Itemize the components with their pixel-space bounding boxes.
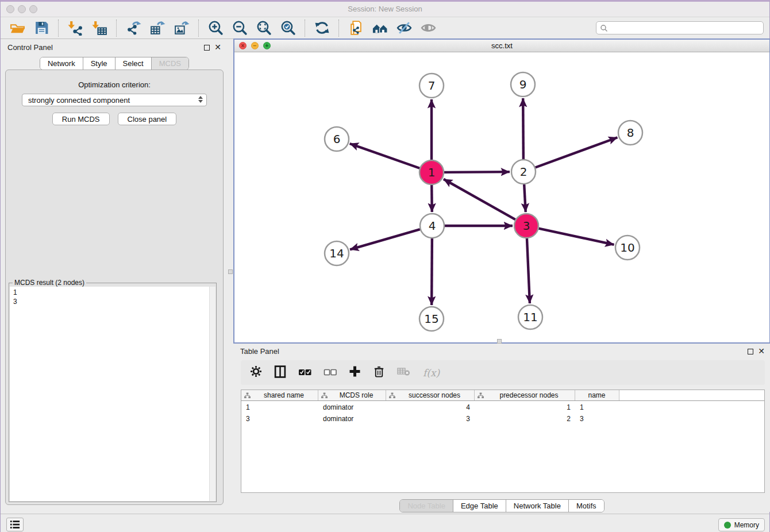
deselect-all-icon — [324, 368, 337, 376]
zoom-in-button[interactable] — [207, 20, 224, 37]
network-window-titlebar[interactable]: × − + scc.txt — [234, 40, 769, 52]
toolbar-separator — [305, 20, 305, 37]
delete-table-button[interactable] — [397, 367, 411, 379]
column-header-shared-name[interactable]: shared name — [241, 390, 318, 400]
open-file-icon — [10, 20, 25, 36]
edge-3-1[interactable] — [444, 179, 515, 219]
edge-3-11[interactable] — [527, 238, 530, 303]
memory-button[interactable]: Memory — [718, 518, 765, 531]
split-columns-button[interactable] — [274, 365, 286, 380]
node-label-15: 15 — [424, 312, 438, 326]
vertical-splitter-handle[interactable] — [228, 269, 233, 274]
search-field[interactable] — [596, 21, 764, 34]
add-column-button[interactable] — [349, 365, 361, 380]
table-toolbar: f(x) — [241, 360, 765, 385]
close-panel-icon[interactable]: ✕ — [214, 43, 221, 52]
network-canvas[interactable]: 7968124314101511 — [234, 52, 769, 342]
tab-mcds[interactable]: MCDS — [151, 57, 188, 70]
tab-network[interactable]: Network — [40, 57, 83, 70]
search-icon — [600, 24, 608, 32]
refresh-button[interactable] — [313, 20, 330, 37]
close-panel-icon[interactable]: ✕ — [758, 346, 765, 356]
cell-successor-nodes: 3 — [386, 415, 475, 424]
list-icon — [10, 520, 20, 529]
memory-status-icon — [724, 522, 731, 529]
mcds-result-box: MCDS result (2 nodes) 1 3 — [9, 283, 217, 502]
import-table-button[interactable] — [91, 20, 108, 37]
deselect-all-button[interactable] — [324, 368, 337, 378]
table-row[interactable]: 3 dominator 3 2 3 — [241, 415, 764, 424]
dropdown-stepper-icon — [198, 96, 203, 103]
control-panel-header: Control Panel ✕ — [1, 40, 228, 56]
export-network-button[interactable] — [125, 20, 142, 37]
close-panel-button[interactable]: Close panel — [118, 113, 177, 125]
toolbar-separator — [338, 20, 339, 37]
edge-1-2[interactable] — [444, 172, 510, 172]
tab-select[interactable]: Select — [115, 57, 151, 70]
zoom-out-icon — [232, 20, 248, 36]
mcds-result-title: MCDS result (2 nodes) — [13, 279, 86, 287]
show-all-button[interactable] — [419, 20, 437, 37]
edge-1-4[interactable] — [432, 185, 432, 212]
save-session-button[interactable] — [33, 20, 50, 37]
delete-column-button[interactable] — [373, 365, 385, 380]
column-header-successor-nodes[interactable]: successor nodes — [386, 390, 475, 400]
column-header-mcds-role[interactable]: MCDS role — [318, 390, 386, 400]
tab-network-table[interactable]: Network Table — [506, 500, 568, 512]
export-image-button[interactable] — [173, 20, 190, 37]
node-label-10: 10 — [620, 241, 634, 255]
toolbar-separator — [58, 20, 59, 37]
main-toolbar — [1, 17, 769, 39]
open-file-button[interactable] — [9, 20, 26, 37]
tab-motifs[interactable]: Motifs — [568, 500, 604, 512]
float-panel-icon[interactable] — [748, 349, 753, 354]
task-history-button[interactable] — [6, 518, 24, 531]
edge-2-8[interactable] — [536, 137, 618, 167]
column-header-name[interactable]: name — [575, 390, 619, 400]
cell-predecessor-nodes: 1 — [475, 403, 575, 413]
edge-4-15[interactable] — [432, 238, 432, 305]
function-builder-button[interactable]: f(x) — [423, 367, 440, 379]
network-window-title: scc.txt — [234, 41, 769, 50]
node-label-8: 8 — [627, 126, 634, 140]
cell-shared-name: 1 — [241, 403, 318, 413]
hide-selected-button[interactable] — [395, 20, 413, 37]
network-window: × − + scc.txt 7968124314101511 — [233, 38, 770, 344]
run-mcds-button[interactable]: Run MCDS — [52, 113, 110, 125]
node-label-6: 6 — [333, 132, 341, 146]
search-input[interactable] — [608, 22, 763, 33]
scrollbar-track[interactable] — [209, 287, 215, 501]
mcds-result-list[interactable]: 1 3 — [10, 287, 215, 501]
zoom-fit-button[interactable] — [255, 20, 272, 37]
export-table-button[interactable] — [149, 20, 166, 37]
horizontal-splitter-handle[interactable] — [497, 339, 502, 344]
edge-2-9[interactable] — [523, 98, 523, 159]
float-panel-icon[interactable] — [204, 45, 210, 51]
toolbar-separator — [198, 20, 199, 37]
gear-button[interactable] — [250, 365, 262, 380]
import-network-button[interactable] — [67, 20, 84, 37]
edge-3-10[interactable] — [539, 229, 614, 245]
criterion-dropdown[interactable]: strongly connected component — [22, 94, 207, 106]
edge-2-3[interactable] — [524, 184, 526, 212]
zoom-out-button[interactable] — [231, 20, 248, 37]
copy-network-button[interactable] — [347, 20, 364, 37]
application-window: Session: New Session — [0, 0, 770, 532]
first-neighbors-button[interactable] — [371, 20, 388, 37]
table-header-row: shared name MCDS role successor nodes pr… — [241, 390, 764, 401]
select-all-button[interactable] — [298, 368, 311, 378]
tab-style[interactable]: Style — [83, 57, 115, 70]
tab-node-table[interactable]: Node Table — [400, 500, 453, 512]
table-row[interactable]: 1 dominator 4 1 1 — [241, 403, 764, 413]
node-label-9: 9 — [519, 78, 527, 91]
zoom-selected-button[interactable] — [279, 20, 297, 37]
memory-label: Memory — [734, 521, 759, 529]
status-bar: Memory — [1, 514, 769, 532]
edge-4-14[interactable] — [350, 229, 420, 249]
import-table-icon — [92, 20, 107, 36]
edge-1-6[interactable] — [350, 144, 420, 168]
delete-column-icon — [373, 365, 385, 378]
table-panel-title: Table Panel — [240, 347, 279, 356]
tab-edge-table[interactable]: Edge Table — [453, 500, 506, 512]
column-header-predecessor-nodes[interactable]: predecessor nodes — [475, 390, 575, 400]
